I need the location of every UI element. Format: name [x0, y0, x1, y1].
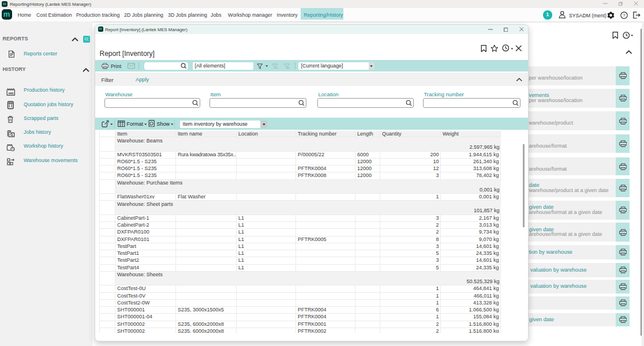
- svg-text:?: ?: [623, 13, 625, 18]
